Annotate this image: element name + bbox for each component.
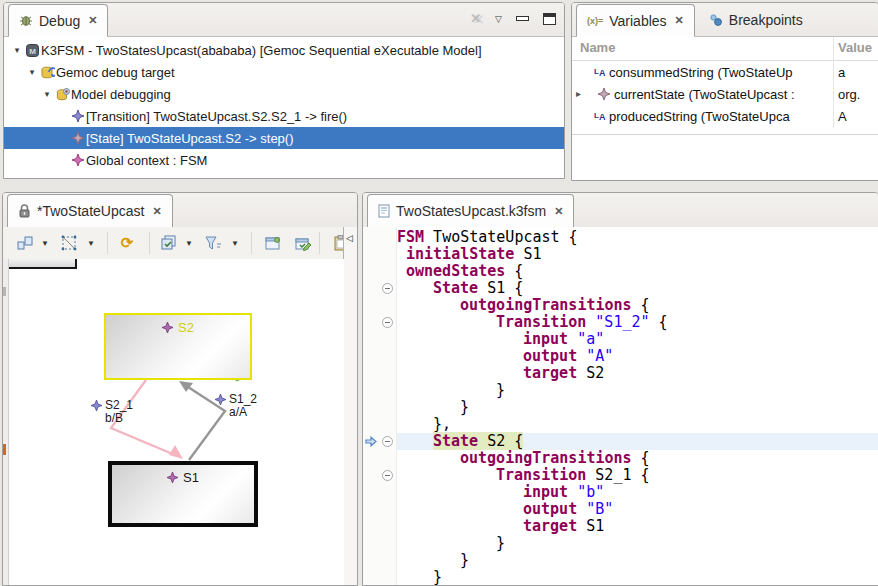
tab-variables[interactable]: (x)= Variables ✕ — [576, 4, 695, 37]
variable-row[interactable]: ▸currentState (TwoStateUpcast :org. — [572, 84, 878, 106]
code-line[interactable]: output "B" — [397, 501, 878, 518]
tab-k3fsm-label: TwoStatesUpcast.k3fsm — [396, 203, 546, 219]
state-node-s1[interactable]: S1 — [108, 461, 258, 527]
expand-arrow-icon[interactable]: ▸ — [576, 88, 581, 99]
view-menu-icon[interactable]: ▽ — [495, 14, 502, 24]
debug-tree-row[interactable]: [Transition] TwoStateUpcast.S2.S2_1 -> f… — [4, 105, 564, 127]
expand-arrow-icon[interactable]: ▾ — [40, 89, 54, 99]
code-line[interactable]: Transition "S1_2" { — [397, 314, 878, 331]
debug-tree-label: [State] TwoStateUpcast.S2 -> step() — [86, 131, 294, 146]
select-marquee-icon[interactable] — [59, 233, 79, 253]
state-node-s2[interactable]: S2 — [104, 313, 252, 380]
tab-k3fsm-file[interactable]: TwoStatesUpcast.k3fsm ✕ — [367, 194, 574, 228]
code-line[interactable]: FSM TwoStateUpcast { — [397, 229, 878, 246]
tab-breakpoints[interactable]: Breakpoints — [699, 4, 813, 36]
diagram-editor: *TwoStateUpcast ✕ ▼ ▼ ⟳ ▼ ▼ — [2, 192, 358, 586]
layers-dropdown-icon[interactable]: ▼ — [185, 239, 193, 248]
select-dropdown-icon[interactable]: ▼ — [87, 239, 95, 248]
diagram-toolbar: ▼ ▼ ⟳ ▼ ▼ — [3, 227, 344, 260]
code-line[interactable]: target S1 — [397, 518, 878, 535]
fold-collapse-icon[interactable] — [382, 283, 393, 294]
maximize-icon[interactable] — [543, 13, 556, 25]
code-line[interactable]: Transition S2_1 { — [397, 467, 878, 484]
code-line[interactable]: input "a" — [397, 331, 878, 348]
tab-diagram-label: *TwoStateUpcast — [37, 203, 144, 219]
column-name[interactable]: Name — [580, 40, 615, 55]
transition-diamond-icon — [69, 110, 86, 122]
code-line[interactable]: input "b" — [397, 484, 878, 501]
fold-collapse-icon[interactable] — [382, 436, 393, 447]
diagram-canvas[interactable]: S2 S1 S2_1 b/B S1_2 a/A — [3, 259, 344, 585]
debug-tree-row[interactable]: ▾Gemoc debug target — [4, 61, 564, 83]
code-line[interactable]: } — [397, 399, 878, 416]
tab-debug[interactable]: Debug ✕ — [8, 4, 108, 37]
code-area[interactable]: FSM TwoStateUpcast {initialState S1owned… — [363, 227, 878, 585]
column-value[interactable]: Value — [838, 40, 872, 55]
tab-diagram[interactable]: *TwoStateUpcast ✕ — [7, 194, 173, 228]
close-icon[interactable]: ✕ — [88, 14, 97, 27]
code-line[interactable]: }, — [397, 416, 878, 433]
variable-row[interactable]: LAproducedString (TwoStateUpcaA — [572, 106, 878, 128]
code-line[interactable]: outgoingTransitions { — [397, 450, 878, 467]
debug-target-icon — [39, 66, 56, 79]
transition-diamond-icon — [215, 394, 226, 405]
variable-name: currentState (TwoStateUpcast : — [614, 87, 828, 102]
variable-row[interactable]: LAconsummedString (TwoStateUpa — [572, 62, 878, 84]
close-icon[interactable]: ✕ — [675, 14, 684, 27]
svg-text:A: A — [599, 112, 606, 121]
layers-icon[interactable] — [159, 233, 179, 253]
arrange-dropdown-icon[interactable]: ▼ — [41, 239, 49, 248]
variable-value: a — [838, 65, 845, 80]
refresh-icon[interactable]: ⟳ — [117, 233, 137, 253]
expand-arrow-icon[interactable]: ▾ — [25, 67, 39, 77]
context-diamond-icon — [69, 154, 86, 166]
state-diamond-icon — [598, 88, 610, 100]
lock-icon — [18, 204, 31, 218]
code-line[interactable]: initialState S1 — [397, 246, 878, 263]
debug-view: Debug ✕ ✕ ▽ ▾MK3FSM - TwoStatesUpcast(ab… — [3, 2, 565, 179]
code-line[interactable]: outgoingTransitions { — [397, 297, 878, 314]
expand-arrow-icon[interactable]: ▾ — [10, 45, 24, 55]
state-diamond-icon — [162, 322, 173, 333]
code-editor: TwoStatesUpcast.k3fsm ✕ FSM TwoStateUpca… — [362, 192, 878, 586]
debug-tree-row[interactable]: ▾Model debugging — [4, 83, 564, 105]
code-line[interactable]: } — [397, 382, 878, 399]
variable-value: org. — [838, 87, 860, 102]
annotation-ruler — [363, 227, 380, 585]
transition-label-s1-2[interactable]: S1_2 a/A — [215, 393, 257, 419]
fold-collapse-icon[interactable] — [382, 470, 393, 481]
code-line[interactable]: target S2 — [397, 365, 878, 382]
debug-tree-row[interactable]: Global context : FSM — [4, 149, 564, 171]
folding-ruler — [380, 227, 397, 585]
variable-value: A — [838, 109, 847, 124]
local-variable-icon: LA — [593, 110, 607, 121]
local-variable-icon: LA — [593, 66, 607, 77]
collapse-palette-icon[interactable]: ◁ — [346, 233, 353, 243]
arrange-all-icon[interactable] — [15, 233, 35, 253]
code-line[interactable]: } — [397, 552, 878, 569]
state-diamond-icon — [167, 472, 178, 483]
code-line[interactable]: State S2 { — [397, 433, 878, 450]
palette-strip[interactable]: ◁ — [343, 227, 357, 585]
transition-io-label: b/B — [91, 412, 133, 425]
fold-collapse-icon[interactable] — [382, 317, 393, 328]
code-line[interactable]: State S1 { — [397, 280, 878, 297]
transition-label-s2-1[interactable]: S2_1 b/B — [91, 399, 133, 425]
close-icon[interactable]: ✕ — [152, 205, 161, 218]
edit-mode-icon[interactable] — [293, 233, 313, 253]
remove-all-terminated-icon[interactable]: ✕ — [470, 11, 481, 26]
minimize-icon[interactable] — [516, 16, 529, 21]
model-debugging-icon — [54, 88, 71, 101]
code-line[interactable]: } — [397, 569, 878, 586]
code-line[interactable]: ownedStates { — [397, 263, 878, 280]
show-properties-icon[interactable] — [263, 233, 283, 253]
filter-dropdown-icon[interactable]: ▼ — [231, 239, 239, 248]
variables-rows: LAconsummedString (TwoStateUpa▸currentSt… — [572, 62, 878, 128]
debug-tree-label: Gemoc debug target — [56, 65, 175, 80]
close-icon[interactable]: ✕ — [554, 205, 563, 218]
code-line[interactable]: } — [397, 535, 878, 552]
filter-icon[interactable] — [203, 233, 223, 253]
debug-tree-row[interactable]: ▾MK3FSM - TwoStatesUpcast(abababa) [Gemo… — [4, 39, 564, 61]
code-line[interactable]: output "A" — [397, 348, 878, 365]
debug-tree-row[interactable]: [State] TwoStateUpcast.S2 -> step() — [4, 127, 564, 149]
